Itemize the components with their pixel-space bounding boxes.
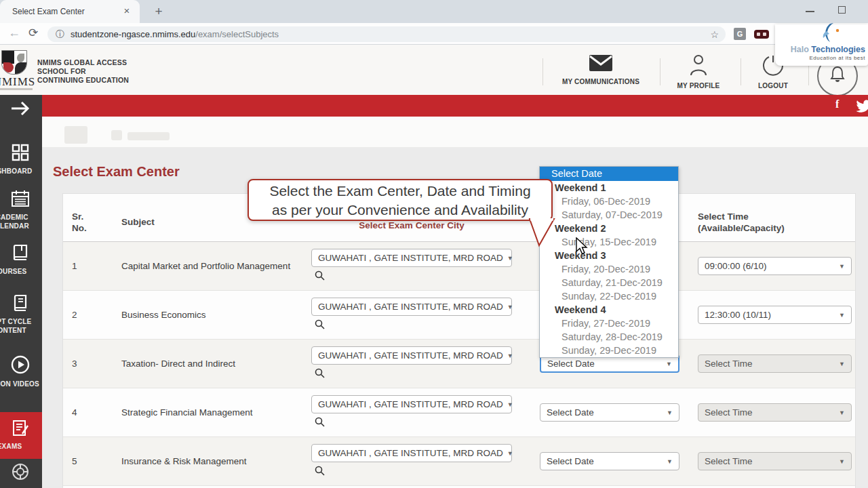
subject: Capital Market and Portfolio Management — [121, 260, 311, 272]
dropdown-option[interactable]: Saturday, 21-Dec-2019 — [540, 276, 678, 289]
nav-my-communications[interactable]: MY COMMUNICATIONS — [556, 54, 646, 85]
nmims-logo-text: NMIMS — [0, 75, 38, 89]
sidebar-item-dashboard[interactable]: DASHBOARD — [0, 144, 42, 176]
facebook-icon[interactable]: f — [835, 98, 839, 110]
nav-my-profile[interactable]: MY PROFILE — [675, 54, 722, 89]
sidebar-item-exams[interactable]: EXAMS — [0, 412, 42, 459]
sidebar-expand-button[interactable] — [0, 100, 42, 119]
col-header-select-time: Select Time (Available/Capacity) — [698, 211, 785, 234]
tab-title: Select Exam Center — [12, 7, 121, 16]
bookmark-star-icon[interactable]: ☆ — [710, 29, 719, 40]
dropdown-option[interactable]: Saturday, 28-Dec-2019 — [540, 330, 678, 344]
lifebuoy-icon — [0, 462, 42, 484]
date-select[interactable]: Select Date▼ — [540, 452, 679, 470]
new-tab-button[interactable]: + — [151, 4, 167, 20]
date-dropdown-list: Select Date Weekend 1 Friday, 06-Dec-201… — [539, 166, 679, 358]
dropdown-group: Weekend 2 — [540, 222, 678, 235]
search-icon[interactable] — [315, 319, 540, 332]
breadcrumb-faded-icon — [64, 126, 87, 144]
envelope-icon — [589, 62, 613, 74]
dropdown-option[interactable]: Sunday, 29-Dec-2019 — [540, 344, 678, 357]
page-title: Select Exam Center — [53, 164, 180, 180]
url-path: /exam/selectSubjects — [195, 29, 279, 39]
col-header-subject: Subject — [121, 216, 155, 228]
breadcrumb-faded-text — [127, 132, 170, 140]
tooltip-tail — [519, 218, 559, 248]
chevron-down-icon: ▼ — [666, 361, 672, 367]
page-info-icon[interactable]: ⓘ — [56, 28, 64, 41]
sidebar-item-cycle-content[interactable]: SEPT CYCLE CONTENT — [0, 294, 42, 335]
header-divider — [542, 58, 543, 85]
chevron-down-icon: ▼ — [507, 401, 513, 408]
table-row: 1 Capital Market and Portfolio Managemen… — [63, 242, 855, 291]
exam-clipboard-icon — [0, 419, 42, 439]
search-icon[interactable] — [315, 417, 540, 430]
chevron-down-icon: ▼ — [839, 458, 845, 465]
chevron-down-icon: ▼ — [667, 458, 673, 465]
exam-center-select[interactable]: GUWAHATI , GATE INSTITUTE, MRD ROAD▼ — [311, 346, 512, 365]
reload-icon[interactable]: ⟳ — [28, 26, 38, 40]
calendar-icon — [0, 190, 42, 210]
school-name: NMIMS GLOBAL ACCESS SCHOOL FOR CONTINUIN… — [37, 58, 129, 85]
dropdown-option-selected[interactable]: Select Date — [540, 167, 678, 181]
bell-icon — [829, 65, 846, 87]
sr-no: 3 — [72, 359, 121, 369]
nmims-logo-subline — [0, 88, 33, 90]
window-minimize-button[interactable] — [806, 11, 814, 12]
dropdown-option[interactable]: Sunday, 15-Dec-2019 — [540, 235, 678, 249]
time-select[interactable]: Select Time▼ — [698, 452, 852, 470]
sr-no: 4 — [72, 407, 121, 418]
subject: Strategic Financial Management — [121, 407, 311, 419]
exam-center-select[interactable]: GUWAHATI , GATE INSTITUTE, MRD ROAD▼ — [311, 395, 512, 413]
table-row: 2 Business Economics GUWAHATI , GATE INS… — [63, 291, 855, 340]
twitter-icon[interactable] — [856, 100, 868, 116]
time-select[interactable]: 09:00:00 (6/10)▼ — [698, 257, 852, 275]
sidebar-item-academic-calendar[interactable]: ACADEMIC CALENDAR — [0, 190, 42, 230]
subject: Insurance & Risk Management — [121, 455, 311, 468]
exam-center-select[interactable]: GUWAHATI , GATE INSTITUTE, MRD ROAD▼ — [311, 298, 512, 316]
dropdown-option[interactable]: Saturday, 07-Dec-2019 — [540, 208, 678, 222]
search-icon[interactable] — [315, 270, 540, 283]
nmims-logo[interactable]: NMIMS — [0, 49, 37, 94]
sidebar: DASHBOARD ACADEMIC CALENDAR COURSES SEPT… — [0, 95, 42, 488]
col-header-exam-center-city: Select Exam Center City — [311, 220, 512, 231]
sr-no: 2 — [72, 310, 121, 320]
date-select[interactable]: Select Date▼ — [540, 403, 679, 422]
address-bar[interactable]: ⓘ studentzone-ngasce.nmims.edu /exam/sel… — [47, 26, 726, 42]
notebook-icon — [0, 294, 42, 314]
time-select[interactable]: Select Time▼ — [698, 354, 852, 373]
window-restore-button[interactable] — [838, 6, 846, 14]
dropdown-option[interactable]: Sunday, 22-Dec-2019 — [540, 289, 678, 303]
sidebar-item-support[interactable] — [0, 462, 42, 484]
chevron-down-icon: ▼ — [667, 409, 673, 416]
time-select[interactable]: Select Time▼ — [698, 403, 852, 422]
search-icon[interactable] — [315, 466, 540, 479]
dropdown-option[interactable]: Friday, 27-Dec-2019 — [540, 317, 678, 330]
breadcrumb-faded-icon — [111, 130, 122, 140]
dropdown-group: Weekend 3 — [540, 249, 678, 262]
time-select[interactable]: 12:30:00 (10/11)▼ — [698, 306, 852, 324]
table-rows: 1 Capital Market and Portfolio Managemen… — [63, 242, 855, 486]
dropdown-group: Weekend 4 — [540, 303, 678, 317]
url-domain: studentzone-ngasce.nmims.edu — [71, 29, 195, 39]
halo-technologies-watermark: Halo Technologies Education at its best — [775, 24, 868, 66]
instruction-tooltip: Select the Exam Center, Date and Timing … — [248, 179, 553, 221]
extension-mask-icon[interactable] — [754, 30, 769, 39]
person-icon — [688, 66, 709, 78]
dropdown-option[interactable]: Friday, 06-Dec-2019 — [540, 195, 678, 208]
extension-g-icon[interactable]: G — [734, 28, 746, 40]
exam-center-select[interactable]: GUWAHATI , GATE INSTITUTE, MRD ROAD▼ — [311, 249, 512, 267]
sidebar-item-session-videos[interactable]: SESSION VIDEOS — [0, 355, 42, 388]
table-row: 5 Insurance & Risk Management GUWAHATI ,… — [63, 437, 855, 486]
back-icon[interactable]: ← — [8, 26, 20, 40]
sidebar-item-courses[interactable]: COURSES — [0, 244, 42, 276]
exam-center-select[interactable]: GUWAHATI , GATE INSTITUTE, MRD ROAD▼ — [311, 444, 512, 462]
chevron-down-icon: ▼ — [839, 409, 845, 416]
sr-no: 5 — [72, 456, 121, 466]
chevron-down-icon: ▼ — [507, 255, 513, 262]
browser-tab[interactable]: Select Exam Center × — [0, 0, 140, 23]
browser-tab-bar: Select Exam Center × + — [0, 0, 868, 23]
dropdown-option[interactable]: Friday, 20-Dec-2019 — [540, 262, 678, 276]
search-icon[interactable] — [315, 368, 540, 381]
tab-close-icon[interactable]: × — [121, 5, 133, 18]
